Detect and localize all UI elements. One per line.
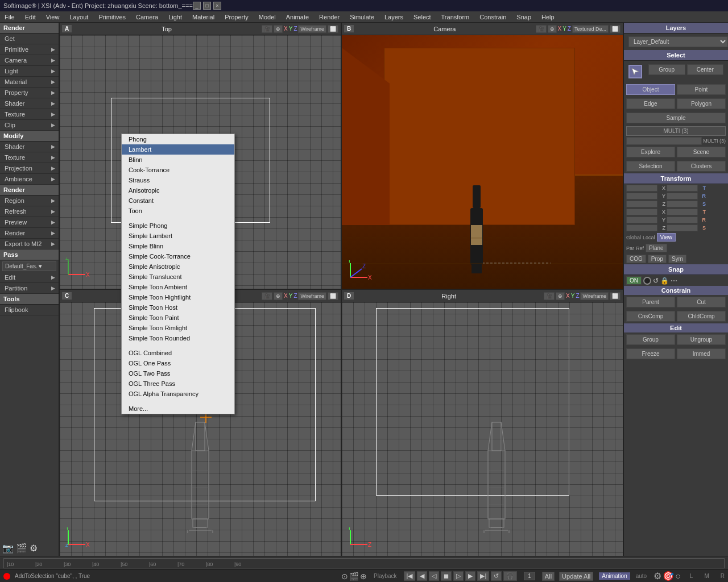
shader-dropdown-menu[interactable]: Phong Lambert Blinn Cook-Torrance Straus… (121, 134, 235, 414)
group-button[interactable]: Group (648, 64, 685, 75)
shader-simple-anisotropic[interactable]: Simple Anisotropic (122, 261, 234, 272)
modify-texture-button[interactable]: Texture ▶ (0, 152, 59, 163)
snap-on-button[interactable]: ON (626, 276, 642, 285)
vp-top-mode[interactable]: Wireframe (298, 25, 326, 33)
view-button[interactable]: View (657, 233, 676, 242)
shader-simple-phong[interactable]: Simple Phong (122, 221, 234, 231)
close-button[interactable]: × (213, 2, 221, 10)
parent-button[interactable]: Parent (626, 297, 675, 307)
window-controls[interactable]: _ □ × (193, 2, 221, 10)
shader-simple-cook-torrance[interactable]: Simple Cook-Torrance (122, 251, 234, 261)
modify-shader-button[interactable]: Shader ▶ (0, 142, 59, 152)
menu-simulate[interactable]: Simulate (348, 14, 377, 20)
transform-s2-x[interactable] (626, 225, 657, 231)
multi-slider[interactable] (626, 137, 702, 145)
render-icon[interactable]: 🎬 (16, 543, 27, 554)
vp-top-maximize[interactable]: ⬜ (328, 25, 338, 33)
transform-t-y[interactable] (667, 185, 698, 192)
vp-cam-mode[interactable]: Textured De... (572, 25, 609, 33)
timeline-ruler[interactable]: |10 |20 |30 |40 |50 |60 |70 |80 |90 (3, 558, 725, 568)
edit-pass-button[interactable]: Edit ▶ (0, 272, 59, 283)
vp-front-eye-icon[interactable]: ⊕ (274, 292, 283, 300)
menu-material[interactable]: Material (190, 14, 217, 20)
transform-s-y[interactable] (667, 201, 698, 207)
select-cursor-icon[interactable] (628, 65, 642, 78)
center-button[interactable]: Center (687, 64, 724, 75)
vp-cam-cam-icon[interactable]: 🎥 (536, 25, 547, 33)
transform-s-x[interactable] (626, 201, 657, 207)
menu-select[interactable]: Select (411, 14, 433, 20)
menu-property[interactable]: Property (222, 14, 251, 20)
edge-button[interactable]: Edge (626, 98, 675, 109)
camera-button[interactable]: Camera ▶ (0, 55, 59, 66)
viewport-camera-content[interactable]: X Y Z (342, 35, 623, 289)
refresh-button[interactable]: Refresh ▶ (0, 206, 59, 217)
shader-cook-torrance[interactable]: Cook-Torrance (122, 165, 234, 175)
flipbook-button[interactable]: Flipbook (0, 305, 59, 315)
vp-front-maximize[interactable]: ⬜ (328, 292, 338, 300)
sample-button[interactable]: Sample (626, 113, 726, 123)
scene-button[interactable]: Scene (677, 147, 726, 157)
menu-transform[interactable]: Transform (439, 14, 472, 20)
layer-dropdown[interactable]: Layer_Default (628, 36, 728, 47)
region-button[interactable]: Region ▶ (0, 196, 59, 206)
pass-section-header[interactable]: Pass (0, 250, 59, 260)
shader-simple-toon-rounded[interactable]: Simple Toon Rounded (122, 333, 234, 343)
prop-button[interactable]: Prop (648, 255, 667, 263)
material-button[interactable]: Material ▶ (0, 77, 59, 88)
menu-model[interactable]: Model (257, 14, 278, 20)
transform-r-y[interactable] (667, 193, 698, 199)
clusters-button[interactable]: Clusters (677, 161, 726, 172)
pb-next-frame[interactable]: ▷ (453, 571, 464, 581)
transform-r2-x[interactable] (626, 217, 657, 223)
vp-right-maximize[interactable]: ⬜ (610, 292, 621, 300)
viewport-right[interactable]: D Right 🎥 ⊕ X Y Z Wireframe ⬜ (342, 290, 623, 556)
render-section-header[interactable]: Render (0, 23, 59, 34)
status-right-icon2[interactable]: 🎯 (663, 571, 674, 581)
vp-top-eye-icon[interactable]: ⊕ (274, 25, 283, 33)
point-button[interactable]: Point (677, 84, 726, 95)
snap-refresh-icon[interactable]: ↺ (653, 277, 659, 285)
vp-right-eye-icon[interactable]: ⊕ (556, 292, 565, 300)
object-button[interactable]: Object (626, 84, 675, 95)
plane-button[interactable]: Plane (646, 244, 667, 252)
vp-front-mode[interactable]: Wireframe (298, 292, 326, 300)
shader-ogl-one-pass[interactable]: OGL One Pass (122, 358, 234, 368)
viewport-front-controls[interactable]: 🎥 ⊕ X Y Z Wireframe ⬜ (262, 292, 338, 300)
maximize-button[interactable]: □ (203, 2, 211, 10)
menu-camera[interactable]: Camera (134, 14, 160, 20)
shader-ogl-three-pass[interactable]: OGL Three Pass (122, 379, 234, 389)
cut-button[interactable]: Cut (677, 297, 726, 307)
property-button[interactable]: Property ▶ (0, 88, 59, 98)
playback-controls[interactable]: |◀ ◀ ◁ ◼ ▷ ▶ ▶| ↺ 🎧 (404, 571, 518, 581)
snap-lock-icon[interactable]: 🔒 (660, 277, 669, 285)
ambience-button[interactable]: Ambience ▶ (0, 174, 59, 185)
viewport-camera[interactable]: B Camera 🎥 ⊕ X Y Z Textured De... ⬜ (342, 23, 623, 289)
shader-ogl-combined[interactable]: OGL Combined (122, 348, 234, 358)
partition-button[interactable]: Partition ▶ (0, 283, 59, 294)
pass-dropdown[interactable]: Default_Fas. ▼ (2, 261, 56, 271)
shader-toon[interactable]: Toon (122, 206, 234, 216)
explore-button[interactable]: Explore (626, 147, 675, 157)
menu-edit[interactable]: Edit (23, 14, 38, 20)
menu-render[interactable]: Render (317, 14, 342, 20)
menu-animate[interactable]: Animate (284, 14, 311, 20)
shader-strauss[interactable]: Strauss (122, 175, 234, 185)
polygon-button[interactable]: Polygon (677, 98, 726, 109)
vp-front-cam-icon[interactable]: 🎥 (262, 292, 272, 300)
render-section2-header[interactable]: Render (0, 185, 59, 196)
all-button[interactable]: All (542, 572, 555, 581)
sym-button[interactable]: Sym (668, 255, 686, 263)
shader-ogl-alpha[interactable]: OGL Alpha Transparency (122, 389, 234, 399)
menu-constrain[interactable]: Constrain (477, 14, 508, 20)
shader-simple-toon-paint[interactable]: Simple Toon Paint (122, 313, 234, 323)
viewport-top-controls[interactable]: 🎥 ⊕ X Y Z Wireframe ⬜ (262, 25, 338, 33)
status-right-icon1[interactable]: ⚙ (653, 571, 661, 581)
status-right-icon3[interactable]: ○ (675, 571, 681, 581)
shader-button[interactable]: Shader ▶ (0, 98, 59, 109)
shader-lambert[interactable]: Lambert (122, 144, 234, 155)
menu-snap[interactable]: Snap (514, 14, 533, 20)
transform-t2-y[interactable] (667, 209, 698, 215)
pb-play[interactable]: ▶ (465, 571, 475, 581)
shader-constant[interactable]: Constant (122, 196, 234, 206)
